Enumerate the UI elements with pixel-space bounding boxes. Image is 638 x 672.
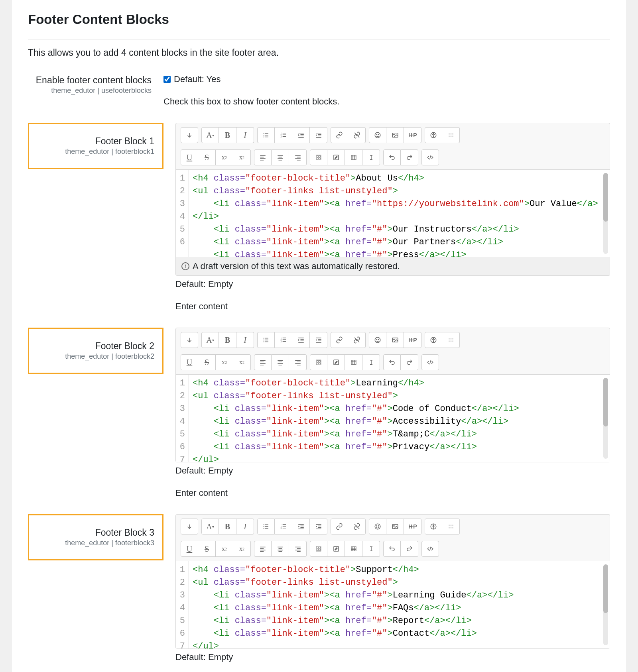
code-editor[interactable]: 1234567<h4 class="footer-block-title">Su… [176, 561, 610, 648]
code-editor[interactable]: 1234567<h4 class="footer-block-title">Le… [176, 374, 610, 462]
edit-button[interactable] [327, 541, 345, 557]
superscript-button[interactable]: x2 [233, 541, 251, 557]
scrollbar[interactable] [603, 378, 608, 459]
scrollbar[interactable] [603, 173, 608, 254]
italic-button[interactable]: I [236, 127, 254, 143]
outdent-button[interactable] [292, 332, 310, 348]
align-right-button[interactable] [289, 541, 307, 557]
unordered-list-button[interactable] [257, 519, 275, 534]
align-left-button[interactable] [254, 354, 272, 370]
font-button[interactable]: A▾ [201, 127, 219, 143]
emoji-button[interactable] [369, 519, 386, 534]
bold-button[interactable]: B [219, 332, 236, 348]
superscript-button[interactable]: x2 [233, 354, 251, 370]
enable-checkbox[interactable] [163, 76, 171, 83]
align-left-button[interactable] [254, 149, 272, 165]
accessibility-button[interactable] [425, 519, 442, 534]
align-right-button[interactable] [289, 149, 307, 165]
clear-formatting-button[interactable] [362, 541, 380, 557]
subscript-button[interactable]: x2 [216, 354, 233, 370]
unordered-list-button[interactable] [257, 127, 275, 143]
accessibility-button[interactable] [425, 127, 442, 143]
align-right-button[interactable] [289, 354, 307, 370]
italic-button[interactable]: I [236, 332, 254, 348]
toggle-toolbar-button[interactable] [181, 127, 198, 143]
redo-button[interactable] [401, 541, 418, 557]
table-button[interactable] [345, 541, 362, 557]
equation-button[interactable] [310, 149, 327, 165]
code-content[interactable]: <h4 class="footer-block-title">Support</… [189, 561, 610, 648]
font-button[interactable]: A▾ [201, 519, 219, 534]
svg-rect-146 [450, 525, 451, 526]
bold-button[interactable]: B [219, 519, 236, 534]
align-center-button[interactable] [272, 149, 289, 165]
strike-button[interactable]: S [198, 149, 216, 165]
link-button[interactable] [331, 332, 348, 348]
unlink-button[interactable] [348, 332, 366, 348]
unordered-list-button[interactable] [257, 332, 275, 348]
h5p-button[interactable]: H·P [404, 519, 421, 534]
indent-button[interactable] [310, 127, 327, 143]
outdent-button[interactable] [292, 127, 310, 143]
clear-formatting-button[interactable] [362, 354, 380, 370]
underline-button[interactable]: U [181, 149, 198, 165]
align-center-button[interactable] [272, 541, 289, 557]
h5p-button[interactable]: H·P [404, 127, 421, 143]
underline-button[interactable]: U [181, 541, 198, 557]
link-button[interactable] [331, 127, 348, 143]
svg-rect-86 [449, 338, 450, 340]
undo-button[interactable] [383, 149, 401, 165]
table-button[interactable] [345, 354, 362, 370]
subscript-button[interactable]: x2 [216, 541, 233, 557]
redo-button[interactable] [401, 149, 418, 165]
undo-button[interactable] [383, 541, 401, 557]
toggle-toolbar-button[interactable] [181, 519, 198, 534]
code-editor[interactable]: 123456<h4 class="footer-block-title">Abo… [176, 169, 610, 257]
italic-button[interactable]: I [236, 519, 254, 534]
outdent-button[interactable] [292, 519, 310, 534]
bold-button[interactable]: B [219, 127, 236, 143]
edit-button[interactable] [327, 354, 345, 370]
font-button[interactable]: A▾ [201, 332, 219, 348]
html-source-button[interactable] [421, 354, 439, 370]
ordered-list-button[interactable]: 123 [275, 332, 292, 348]
code-content[interactable]: <h4 class="footer-block-title">About Us<… [189, 170, 610, 257]
indent-button[interactable] [310, 332, 327, 348]
html-source-button[interactable] [421, 541, 439, 557]
indent-button[interactable] [310, 519, 327, 534]
image-button[interactable] [386, 332, 404, 348]
image-button[interactable] [386, 127, 404, 143]
subscript-button[interactable]: x2 [216, 149, 233, 165]
superscript-button[interactable]: x2 [233, 149, 251, 165]
unlink-button[interactable] [348, 127, 366, 143]
link-button[interactable] [331, 519, 348, 534]
edit-button[interactable] [327, 149, 345, 165]
toggle-toolbar-button[interactable] [181, 332, 198, 348]
strike-button[interactable]: S [198, 541, 216, 557]
emoji-button[interactable] [369, 127, 386, 143]
html-source-button[interactable] [421, 149, 439, 165]
strike-button[interactable]: S [198, 354, 216, 370]
accessibility-button[interactable] [425, 332, 442, 348]
undo-button[interactable] [383, 354, 401, 370]
underline-button[interactable]: U [181, 354, 198, 370]
svg-rect-150 [452, 527, 453, 529]
table-button[interactable] [345, 149, 362, 165]
image-button[interactable] [386, 519, 404, 534]
align-center-button[interactable] [272, 354, 289, 370]
ordered-list-button[interactable]: 123 [275, 519, 292, 534]
code-content[interactable]: <h4 class="footer-block-title">Learning<… [189, 375, 610, 462]
svg-rect-145 [449, 525, 450, 526]
equation-button[interactable] [310, 541, 327, 557]
svg-point-21 [376, 134, 377, 135]
ordered-list-button[interactable]: 123 [275, 127, 292, 143]
emoji-button[interactable] [369, 332, 386, 348]
clear-formatting-button[interactable] [362, 149, 380, 165]
unlink-button[interactable] [348, 519, 366, 534]
align-left-button[interactable] [254, 541, 272, 557]
h5p-button[interactable]: H·P [404, 332, 421, 348]
redo-button[interactable] [401, 354, 418, 370]
equation-button[interactable] [310, 354, 327, 370]
svg-rect-135 [318, 526, 321, 527]
scrollbar[interactable] [603, 564, 608, 645]
